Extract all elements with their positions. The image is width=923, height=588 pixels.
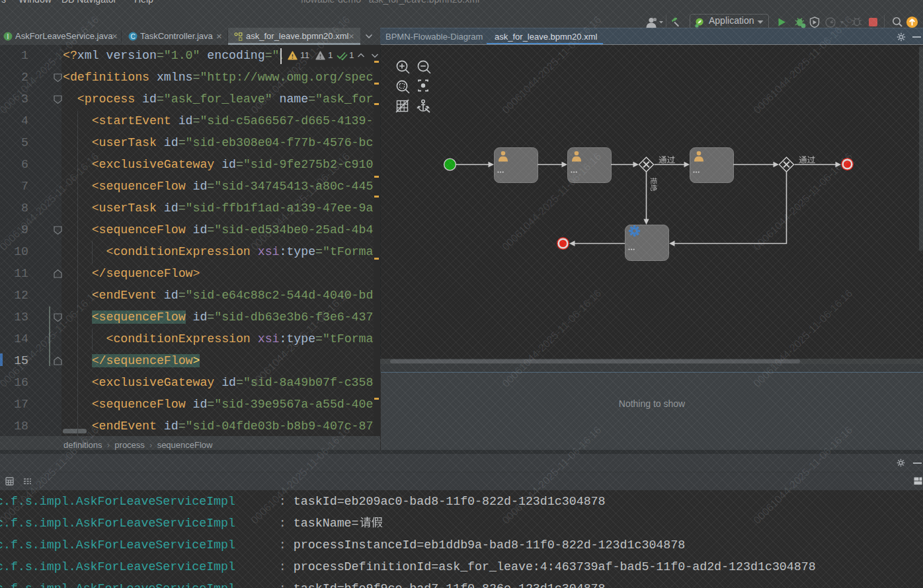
svg-text:C: C [130, 33, 135, 40]
svg-text:I: I [7, 33, 9, 40]
